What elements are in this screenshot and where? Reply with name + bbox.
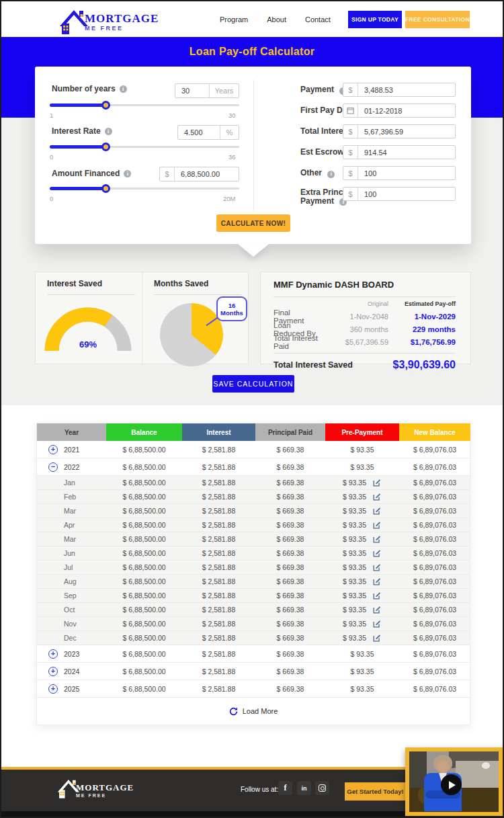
balance-value: $ 6,88,500.00: [122, 463, 165, 471]
years-slider[interactable]: [50, 101, 239, 110]
col-new-balance: New Balance: [399, 423, 470, 441]
slider-handle[interactable]: [101, 142, 110, 151]
expand-year-icon[interactable]: +: [48, 445, 58, 454]
footer-logo[interactable]: MORTGAGE ME FREE: [57, 776, 134, 801]
interest-value: $ 2,581.88: [202, 650, 236, 658]
first-pay-date-value[interactable]: 01-12-2018: [358, 107, 455, 115]
info-icon[interactable]: i: [124, 170, 131, 177]
refresh-icon: [229, 707, 238, 716]
col-estimated: Estimated Pay-off: [388, 300, 456, 307]
interest-saved-title: Interest Saved: [47, 279, 135, 295]
years-value[interactable]: 30: [175, 87, 209, 95]
amount-value[interactable]: 6,88,500.00: [175, 170, 239, 178]
brand-logo[interactable]: MORTGAGE ME FREE: [59, 6, 159, 34]
edit-icon: [372, 591, 382, 600]
info-icon[interactable]: i: [105, 128, 112, 135]
play-button-icon[interactable]: [441, 774, 462, 795]
est-escrow-value[interactable]: 914.54: [358, 149, 455, 157]
month-row: Mar$ 6,88,500.00$ 2,581.88$ 669.38$ 93.3…: [37, 504, 470, 518]
footer-logo-title: MORTGAGE: [76, 782, 134, 793]
interest-value: $ 2,581.88: [202, 591, 236, 600]
table-header-row: Year Balance Interest Principal Paid Pre…: [37, 423, 470, 441]
months-saved-title: Months Saved: [154, 279, 241, 295]
balance-value: $ 6,88,500.00: [122, 563, 165, 571]
extra-principal-input[interactable]: $ 100: [343, 187, 456, 201]
first-pay-date-input[interactable]: 01-12-2018: [343, 104, 456, 118]
payment-input[interactable]: $ 3,488.53: [343, 83, 456, 97]
info-icon[interactable]: i: [327, 171, 335, 178]
prepayment-value: $ 93.35: [343, 563, 366, 571]
slider-handle[interactable]: [101, 184, 110, 193]
dollar-prefix: $: [160, 167, 175, 181]
prepayment-value: $ 93.35: [343, 521, 366, 529]
est-escrow-input[interactable]: $ 914.54: [343, 145, 456, 159]
slider-max: 36: [228, 153, 236, 161]
dollar-prefix: $: [343, 188, 358, 200]
prepayment-value: $ 93.35: [343, 493, 366, 501]
edit-prepayment-icon[interactable]: [372, 591, 382, 600]
edit-prepayment-icon[interactable]: [372, 520, 382, 530]
row-period-label: Jun: [64, 549, 75, 557]
edit-icon: [372, 619, 382, 628]
interest-value: $ 2,581.88: [202, 446, 236, 454]
edit-prepayment-icon[interactable]: [372, 492, 382, 501]
instagram-icon[interactable]: [315, 781, 329, 795]
edit-prepayment-icon[interactable]: [372, 534, 382, 544]
get-started-button[interactable]: Get Started Today!: [345, 782, 406, 801]
facebook-icon[interactable]: f: [278, 781, 292, 795]
total-value: $3,90,639.60: [393, 359, 456, 371]
payment-value[interactable]: 3,488.53: [358, 86, 455, 94]
logo-subtitle: ME FREE: [85, 25, 159, 32]
total-interest-value[interactable]: 5,67,396.59: [358, 128, 455, 136]
amount-slider[interactable]: [50, 184, 239, 193]
load-more-label[interactable]: Load More: [243, 707, 278, 715]
edit-prepayment-icon[interactable]: [372, 563, 382, 572]
edit-prepayment-icon[interactable]: [372, 605, 382, 614]
other-value[interactable]: 100: [358, 169, 455, 177]
total-interest-input[interactable]: $ 5,67,396.59: [343, 124, 456, 138]
info-icon[interactable]: i: [120, 85, 127, 93]
month-row: Oct$ 6,88,500.00$ 2,581.88$ 669.38$ 93.3…: [37, 603, 470, 617]
other-input[interactable]: $ 100: [343, 166, 456, 180]
row-period-label: Mar: [64, 507, 76, 515]
edit-prepayment-icon[interactable]: [372, 506, 382, 516]
free-consultation-button[interactable]: FREE CONSULTATION: [405, 11, 470, 28]
sign-up-button[interactable]: SIGN UP TODAY: [348, 11, 402, 28]
column-divider: [253, 80, 254, 212]
expand-year-icon[interactable]: +: [48, 667, 58, 676]
nav-item-about[interactable]: About: [267, 15, 286, 24]
video-thumbnail[interactable]: [405, 747, 503, 816]
edit-prepayment-icon[interactable]: [372, 478, 382, 487]
row-period-label: Apr: [64, 521, 75, 529]
rate-input[interactable]: 4.500 %: [177, 125, 239, 140]
row-period-label: Nov: [64, 620, 77, 628]
linkedin-icon[interactable]: in: [297, 781, 311, 795]
edit-prepayment-icon[interactable]: [372, 577, 382, 586]
slider-handle[interactable]: [101, 101, 110, 110]
expand-year-icon[interactable]: +: [48, 684, 58, 694]
calculate-now-button[interactable]: CALCULATE NOW!: [216, 214, 290, 232]
years-input[interactable]: 30 Years: [175, 83, 239, 98]
amount-input[interactable]: $ 6,88,500.00: [159, 167, 239, 181]
save-calculation-button[interactable]: SAVE CALCULATION: [212, 375, 294, 393]
extra-principal-value[interactable]: 100: [358, 190, 455, 198]
balance-value: $ 6,88,500.00: [122, 591, 165, 600]
nav-item-contact[interactable]: Contact: [305, 15, 331, 24]
slider-min: 0: [50, 153, 53, 161]
collapse-year-icon[interactable]: −: [48, 462, 58, 472]
nav-item-program[interactable]: Program: [220, 15, 248, 24]
expand-year-icon[interactable]: +: [48, 649, 58, 659]
rate-value[interactable]: 4.500: [178, 128, 220, 136]
edit-prepayment-icon[interactable]: [372, 633, 382, 643]
edit-prepayment-icon[interactable]: [372, 619, 382, 628]
new-balance-value: $ 6,89,076.03: [413, 463, 456, 471]
row-period-label: Oct: [64, 606, 75, 614]
dollar-prefix: $: [343, 167, 358, 179]
edit-prepayment-icon[interactable]: [372, 548, 382, 558]
load-more-button[interactable]: Load More: [37, 698, 470, 725]
top-nav-bar: MORTGAGE ME FREE Program About Contact S…: [1, 1, 503, 37]
principal-value: $ 669.38: [277, 606, 304, 614]
calendar-icon: [343, 104, 358, 117]
rate-slider[interactable]: [50, 142, 239, 151]
new-balance-value: $ 6,89,076.03: [413, 591, 456, 600]
